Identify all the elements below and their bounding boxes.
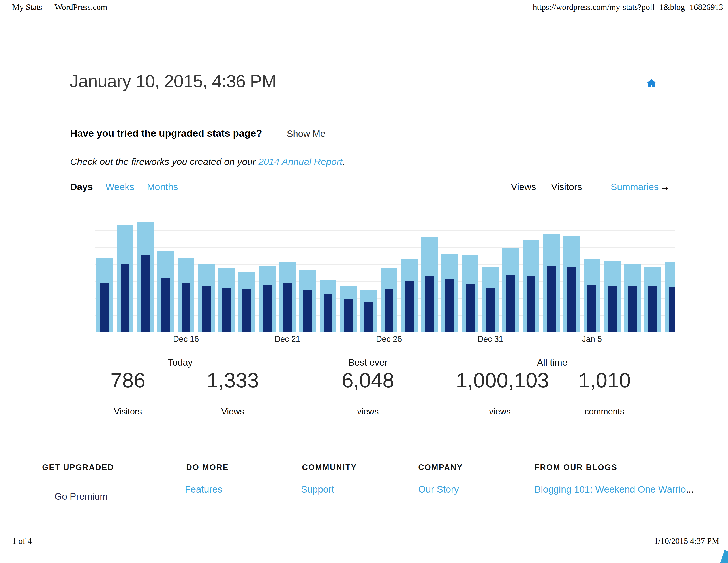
bar-dec-30[interactable]: [462, 222, 478, 332]
visitors-bar: [506, 275, 515, 332]
all-time-views-label: views: [456, 407, 544, 416]
bar-dec-15[interactable]: [157, 222, 174, 332]
summaries-link[interactable]: Summaries→: [611, 181, 670, 192]
tab-days[interactable]: Days: [70, 181, 93, 192]
stat-section-all-time: All time: [519, 357, 585, 368]
print-footer-timestamp: 1/10/2015 4:37 PM: [654, 536, 719, 546]
summaries-label: Summaries: [611, 181, 659, 192]
bar-dec-16[interactable]: [178, 222, 194, 332]
tab-months[interactable]: Months: [147, 181, 178, 192]
visitors-bar: [303, 290, 312, 332]
stats-divider: [439, 356, 439, 420]
all-time-views-value: 1,000,103: [456, 368, 544, 392]
bar-jan-1[interactable]: [502, 222, 519, 332]
visitors-bar: [527, 276, 535, 332]
today-visitors-label: Visitors: [95, 407, 161, 416]
bar-dec-12[interactable]: [96, 222, 113, 332]
visitors-bar: [385, 289, 393, 332]
bar-dec-22[interactable]: [299, 222, 316, 332]
home-button[interactable]: [646, 78, 657, 89]
bar-jan-3[interactable]: [543, 222, 560, 332]
bar-dec-21[interactable]: [279, 222, 296, 332]
x-tick-label: Dec 26: [376, 335, 402, 344]
bar-dec-25[interactable]: [360, 222, 377, 332]
bar-dec-17[interactable]: [198, 222, 215, 332]
visitors-bar: [648, 286, 657, 332]
best-ever-views-label: views: [324, 407, 412, 416]
visitors-bar: [405, 282, 414, 332]
stat-section-best-ever: Best ever: [335, 357, 401, 368]
bar-jan-9[interactable]: [665, 222, 675, 332]
bar-jan-4[interactable]: [563, 222, 580, 332]
tab-weeks[interactable]: Weeks: [105, 181, 134, 192]
footer-heading-get-upgraded: GET UPGRADED: [42, 463, 114, 472]
x-tick-label: Dec 16: [173, 335, 199, 344]
visitors-bar: [547, 266, 556, 332]
bar-dec-31[interactable]: [482, 222, 499, 332]
traffic-bar-chart: [95, 222, 675, 332]
annual-report-prefix: Check out the fireworks you created on y…: [70, 156, 258, 167]
stat-section-today: Today: [147, 357, 213, 368]
visitors-bar: [445, 279, 454, 332]
footer-heading-company: COMPANY: [418, 463, 463, 472]
support-link[interactable]: Support: [301, 484, 334, 495]
visitors-bar: [121, 264, 129, 332]
visitors-bar: [486, 288, 495, 332]
blog-post-link[interactable]: Blogging 101: Weekend One Warrio...: [535, 484, 694, 495]
features-link[interactable]: Features: [185, 484, 222, 495]
home-icon: [646, 78, 657, 89]
visitors-bar: [324, 294, 332, 332]
bar-dec-14[interactable]: [137, 222, 154, 332]
bar-dec-23[interactable]: [320, 222, 336, 332]
bar-dec-24[interactable]: [340, 222, 357, 332]
visitors-bar: [587, 285, 596, 332]
bar-jan-6[interactable]: [604, 222, 621, 332]
bar-dec-13[interactable]: [117, 222, 133, 332]
visitors-bar: [222, 288, 231, 332]
print-header-url: https://wordpress.com/my-stats?poll=1&bl…: [533, 2, 723, 12]
annual-report-link[interactable]: 2014 Annual Report: [258, 156, 342, 167]
our-story-link[interactable]: Our Story: [418, 484, 459, 495]
blog-post-ellipsis: ...: [686, 484, 694, 495]
annual-report-line: Check out the fireworks you created on y…: [70, 156, 345, 167]
annual-report-suffix: .: [342, 156, 345, 167]
visitors-bar: [608, 286, 617, 332]
visitors-bar: [364, 303, 373, 332]
bar-dec-29[interactable]: [441, 222, 458, 332]
visitors-bar: [242, 289, 251, 332]
bar-dec-19[interactable]: [238, 222, 255, 332]
x-tick-label: Jan 5: [582, 335, 602, 344]
visitors-bar: [628, 286, 637, 332]
toggle-views[interactable]: Views: [511, 181, 536, 192]
bar-dec-27[interactable]: [401, 222, 418, 332]
visitors-bar: [567, 267, 576, 332]
footer-heading-community: COMMUNITY: [302, 463, 357, 472]
visitors-bar: [141, 255, 150, 332]
all-time-comments-label: comments: [571, 407, 638, 416]
bar-jan-7[interactable]: [624, 222, 641, 332]
bar-dec-20[interactable]: [259, 222, 276, 332]
go-premium-link[interactable]: Go Premium: [54, 491, 108, 502]
bar-dec-28[interactable]: [421, 222, 438, 332]
stats-divider: [292, 356, 292, 420]
visitors-bar: [425, 276, 434, 332]
bar-jan-8[interactable]: [644, 222, 661, 332]
visitors-bar: [161, 278, 170, 332]
print-footer-page-number: 1 of 4: [12, 536, 32, 546]
page-title: January 10, 2015, 4:36 PM: [70, 71, 276, 91]
visitors-bar: [283, 283, 292, 332]
best-ever-views-value: 6,048: [324, 368, 412, 392]
bar-jan-5[interactable]: [584, 222, 600, 332]
toggle-visitors[interactable]: Visitors: [551, 181, 582, 192]
bar-dec-18[interactable]: [218, 222, 235, 332]
visitors-bar: [202, 286, 211, 332]
show-me-button[interactable]: Show Me: [287, 128, 325, 139]
visitors-bar: [182, 283, 190, 332]
arrow-right-icon: →: [660, 181, 670, 192]
bar-dec-26[interactable]: [381, 222, 397, 332]
footer-heading-do-more: DO MORE: [186, 463, 229, 472]
printed-stats-page: My Stats — WordPress.com https://wordpre…: [0, 0, 728, 563]
x-tick-label: Dec 31: [477, 335, 503, 344]
upgraded-stats-question: Have you tried the upgraded stats page?: [70, 128, 262, 139]
bar-jan-2[interactable]: [523, 222, 539, 332]
